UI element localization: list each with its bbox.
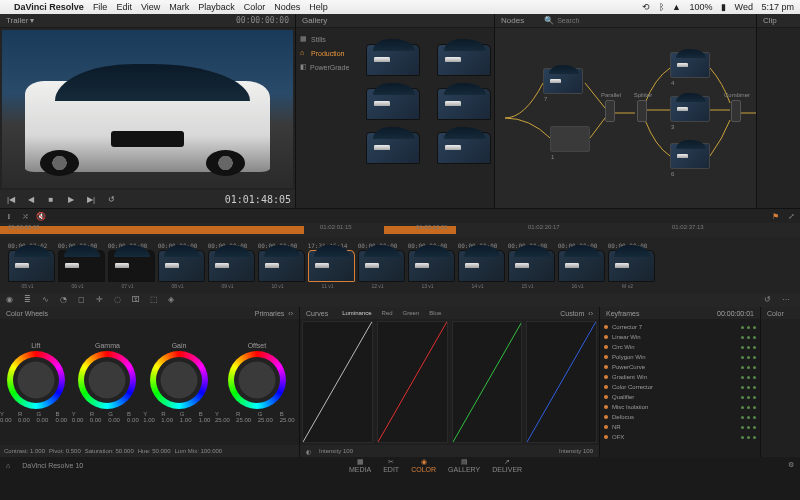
curve-tab-blue[interactable]: Blue [429, 310, 441, 316]
curve-red[interactable] [377, 321, 448, 443]
tool-3d-icon[interactable]: ◈ [168, 295, 180, 305]
keyframe-row[interactable]: Corrector 7 [604, 322, 756, 332]
step-back-button[interactable]: ◀ [24, 193, 38, 205]
node-4[interactable]: 4 [670, 52, 710, 78]
clip-thumb[interactable]: 17:31:46:1411 v1 [304, 242, 351, 289]
project-name[interactable]: DaVinci Resolve 10 [22, 462, 83, 469]
menu-mark[interactable]: Mark [169, 2, 189, 12]
mixer-combiner[interactable]: Combiner [731, 100, 741, 122]
clip-thumb[interactable]: 00:00:00:0007 v1 [104, 242, 151, 289]
split-icon[interactable]: ⫾ [4, 211, 14, 221]
wheel-ring[interactable] [150, 351, 208, 409]
nodes-search-input[interactable] [557, 17, 617, 24]
viewer-canvas[interactable] [2, 30, 293, 188]
keyframe-row[interactable]: Linear Win [604, 332, 756, 342]
gallery-thumb[interactable]: 1.4.1 [355, 31, 420, 71]
stop-button[interactable]: ■ [44, 193, 58, 205]
gallery-thumb[interactable]: 2.3.1 [426, 31, 491, 71]
clip-thumb[interactable]: 00:00:00:0008 v1 [154, 242, 201, 289]
settings-icon[interactable]: ⚙ [788, 461, 794, 469]
gallery-thumb[interactable]: 2.4.1 [355, 119, 420, 159]
home-icon[interactable]: ⌂ [6, 462, 10, 469]
clip-thumbstrip[interactable]: 00:00:07:0205 v100:00:00:0006 v100:00:00… [0, 237, 800, 293]
curve-green[interactable] [452, 321, 523, 443]
tool-key-icon[interactable]: ⚿ [132, 295, 144, 305]
tool-curves-icon[interactable]: ∿ [42, 295, 54, 305]
color-wheel-offset[interactable]: OffsetY 25.00R 25.00G 25.00B 25.00 [215, 342, 299, 423]
wheel-ring[interactable] [7, 351, 65, 409]
keyframe-row[interactable]: Defocus [604, 412, 756, 422]
menu-playback[interactable]: Playback [198, 2, 235, 12]
nodes-graph[interactable]: 7 1 Parallel Splitter 3 4 6 Combiner [495, 28, 756, 208]
shuffle-icon[interactable]: ⤭ [20, 211, 30, 221]
gallery-tab-production[interactable]: ⌂Production [298, 46, 350, 60]
tool-reset-icon[interactable]: ↺ [764, 295, 776, 305]
curve-mode-custom[interactable]: Custom [560, 310, 584, 317]
curve-tab-lum[interactable]: Luminance [342, 310, 371, 316]
tool-picker-icon[interactable]: ◉ [6, 295, 18, 305]
gallery-tab-powergrade[interactable]: ◧PowerGrade [298, 60, 350, 74]
gallery-tab-stills[interactable]: ▦Stills [298, 32, 350, 46]
clip-thumb[interactable]: 00:00:00:0016 v1 [554, 242, 601, 289]
clip-thumb[interactable]: 00:00:00:0010 v1 [254, 242, 301, 289]
expand-icon[interactable]: ⤢ [786, 211, 796, 221]
clip-thumb[interactable]: 00:00:00:0014 v1 [454, 242, 501, 289]
node-6[interactable]: 6 [670, 143, 710, 169]
page-gallery[interactable]: ▤GALLERY [448, 458, 480, 473]
keyframe-row[interactable]: Qualifier [604, 392, 756, 402]
flag-icon[interactable]: ⚑ [770, 211, 780, 221]
curve-blue[interactable] [526, 321, 597, 443]
menu-app[interactable]: DaVinci Resolve [14, 2, 84, 12]
color-wheel-gamma[interactable]: GammaY 0.00R 0.00G 0.00B 0.00 [72, 342, 144, 423]
curve-luminance[interactable] [302, 321, 373, 443]
clip-thumb[interactable]: 00:00:07:0205 v1 [4, 242, 51, 289]
gallery-thumb[interactable]: 3.5.1 [426, 119, 491, 159]
tool-options-icon[interactable]: ⋯ [782, 295, 794, 305]
keyframe-row[interactable]: Misc Isolation [604, 402, 756, 412]
prev-clip-button[interactable]: |◀ [4, 193, 18, 205]
keyframe-row[interactable]: OFX [604, 432, 756, 442]
timeline-ruler[interactable]: 00:00:00:00 01:02:01:15 01:02:12:21 01:0… [0, 223, 800, 237]
dropdown-icon[interactable]: ▾ [30, 16, 34, 25]
mixer-splitter[interactable]: Splitter [637, 100, 647, 122]
tool-sizing-icon[interactable]: ⬚ [150, 295, 162, 305]
menu-help[interactable]: Help [309, 2, 328, 12]
soft-clip-icon[interactable]: ◐ [306, 448, 311, 455]
wheels-mode[interactable]: Primaries [255, 310, 285, 317]
tool-qualifier-icon[interactable]: ◔ [60, 295, 72, 305]
clip-thumb[interactable]: 00:00:00:0012 v1 [354, 242, 401, 289]
curve-tab-red[interactable]: Red [382, 310, 393, 316]
color-wheel-gain[interactable]: GainY 1.00R 1.00G 1.00B 1.00 [143, 342, 215, 423]
page-edit[interactable]: ✂EDIT [383, 458, 399, 473]
wheel-ring[interactable] [78, 351, 136, 409]
curve-tab-green[interactable]: Green [403, 310, 420, 316]
tool-tracker-icon[interactable]: ✛ [96, 295, 108, 305]
step-fwd-button[interactable]: ▶| [84, 193, 98, 205]
viewer-title[interactable]: Trailer [6, 16, 28, 25]
clip-thumb[interactable]: 00:00:00:0013 v1 [404, 242, 451, 289]
color-wheel-lift[interactable]: LiftY 0.00R 0.00G 0.00B 0.00 [0, 342, 72, 423]
clip-thumb[interactable]: 00:00:00:0009 v1 [204, 242, 251, 289]
node-1[interactable]: 1 [550, 126, 590, 152]
loop-button[interactable]: ↺ [104, 193, 118, 205]
node-3[interactable]: 3 [670, 96, 710, 122]
menu-color[interactable]: Color [244, 2, 266, 12]
tool-window-icon[interactable]: ◻ [78, 295, 90, 305]
menu-edit[interactable]: Edit [116, 2, 132, 12]
page-media[interactable]: ▦MEDIA [349, 458, 371, 473]
keyframe-row[interactable]: Color Corrector [604, 382, 756, 392]
clip-thumb[interactable]: 00:00:00:00M v2 [604, 242, 651, 289]
clip-thumb[interactable]: 00:00:00:0015 v1 [504, 242, 551, 289]
menu-file[interactable]: File [93, 2, 108, 12]
keyframe-row[interactable]: Polygon Win [604, 352, 756, 362]
menu-view[interactable]: View [141, 2, 160, 12]
keyframe-row[interactable]: Circ Win [604, 342, 756, 352]
keyframe-row[interactable]: PowerCurve [604, 362, 756, 372]
tool-blur-icon[interactable]: ◌ [114, 295, 126, 305]
play-button[interactable]: ▶ [64, 193, 78, 205]
menu-nodes[interactable]: Nodes [274, 2, 300, 12]
tool-bars-icon[interactable]: ≣ [24, 295, 36, 305]
mute-icon[interactable]: 🔇 [36, 211, 46, 221]
wheel-ring[interactable] [228, 351, 286, 409]
page-deliver[interactable]: ↗DELIVER [492, 458, 522, 473]
